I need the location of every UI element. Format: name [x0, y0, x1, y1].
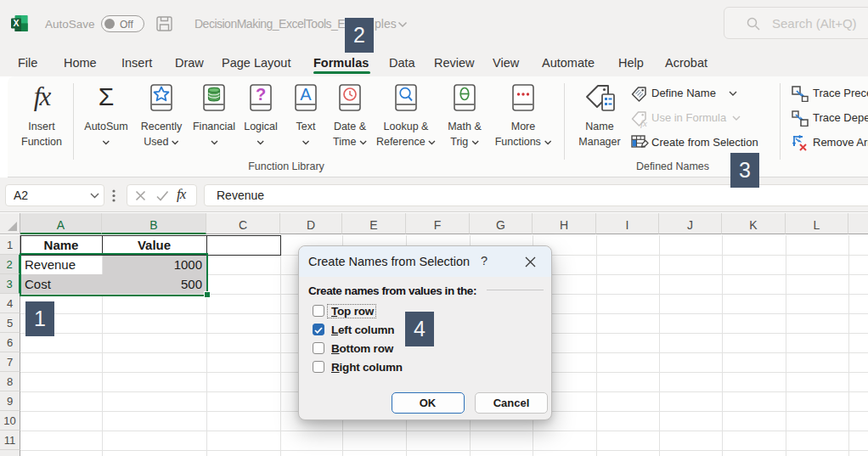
svg-text:fx: fx: [640, 118, 647, 128]
svg-text:X: X: [13, 18, 19, 28]
svg-text:A: A: [300, 85, 312, 104]
svg-text:?: ?: [256, 85, 266, 104]
